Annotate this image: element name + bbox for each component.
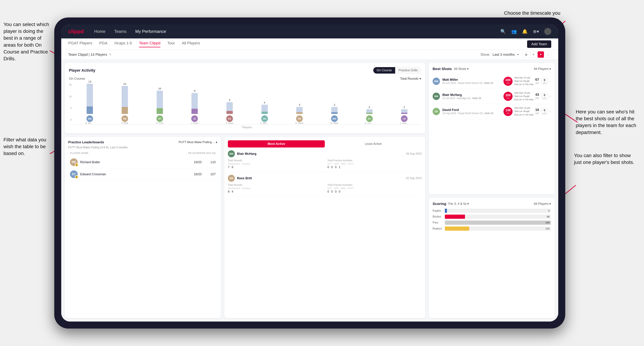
grid-view-btn[interactable]: ⊞ [523,51,529,58]
practice-subtitle: PUTT Must Make Putting (3-6 ft), Last 3 … [68,146,217,149]
bar-avatar[interactable]: EC [366,115,373,122]
bar-avatar[interactable]: LR [401,115,408,122]
shot-detail-box: Shot Dist: 43 ydsStart Lie: RoughEnd Lie… [514,91,534,102]
shot-player-detail: 24 Aug 2023 · Royal North Devon GC, Hole… [442,112,501,115]
plus-circle-icon[interactable]: ⊕▾ [533,29,539,34]
tab-pgat-players[interactable]: PGAT Players [68,41,92,47]
scoring-bar-fill [445,220,551,225]
nav-teams[interactable]: Teams [114,29,126,34]
add-team-button[interactable]: Add Team [527,40,551,48]
bar[interactable] [226,102,233,114]
edit-icon[interactable]: ✎ [109,53,112,56]
practice-player-name: Edward Crossman [80,173,188,176]
sub-nav-right: Add Team [527,40,551,48]
bar-avatar[interactable]: RB [122,115,128,122]
top-navigation: clippd Home Teams My Performance 🔍 👥 🔔 ⊕… [61,24,558,38]
rounds-sub-labels: TournamentPractice [228,187,322,190]
scoring-row-label: Birdies [432,215,445,218]
bar[interactable] [122,86,128,114]
all-shots-filter[interactable]: All Shots ▾ [454,67,469,71]
practice-drills-tab[interactable]: Practice Drills [395,67,421,74]
bar-avatar[interactable]: MM [331,115,338,122]
bar[interactable] [366,109,372,114]
bar-group: 12 RB R. Britt [108,82,142,124]
tab-hcaps[interactable]: Hcaps 1-5 [114,41,132,47]
search-icon[interactable]: 🔍 [500,29,506,34]
bar-group: 3 MM M. Miller [318,103,351,124]
shot-chevron-icon: › [550,79,551,84]
time-period-select[interactable]: Last 3 months Last 6 months Last 12 mont… [492,52,520,57]
rounds-values: 84 [228,190,322,193]
users-icon[interactable]: 👥 [511,29,517,34]
par-filter[interactable]: Par 3, 4 & 5s ▾ [448,202,469,206]
active-player-section: BM Blair McHarg 26 Aug 2023 Total Rounds… [228,150,422,172]
player-activity-card: Player Activity On Course Practice Drill… [65,63,425,133]
practice-title: Practice Leaderboards [68,140,104,144]
bar-avatar[interactable]: JC [191,115,198,122]
scoring-row: Birdies 96 [432,215,551,219]
nav-home[interactable]: Home [94,29,105,34]
heart-view-btn[interactable]: ♥ [538,51,544,58]
show-label: Show: [480,53,490,57]
least-active-tab[interactable]: Least Active [325,140,422,148]
scoring-card: Scoring Par 3, 4 & 5s ▾ All Players ▾ Ea… [429,198,555,318]
tab-tour[interactable]: Tour [167,41,175,47]
scoring-row-label: Bogeys [432,227,445,230]
chart-area: On Course Total Rounds ▾ 15 10 5 0 [69,77,421,129]
bar-value: 2 [368,106,370,109]
right-panel: Best Shots All Shots ▾ All Players ▾ MM … [429,59,558,322]
rounds-stat-group: Total Rounds TournamentPractice 76 [228,159,322,169]
bar[interactable] [401,109,408,114]
practice-player-avatar: EC 2 [70,170,78,178]
bar-avatar[interactable]: GB [261,115,268,122]
view-toggle-icons: ⊞ ≡ ♥ ⋮ [523,51,551,58]
drill-select[interactable]: PUTT Must Make Putting ... ▾ [179,141,217,144]
bar-value: 12 [123,82,126,85]
bar[interactable] [192,93,198,114]
shot-player-detail: 09 Jun 2023 · Royal North Devon GC, Hole… [442,82,501,84]
rank-badge: 2 [75,175,78,179]
bell-icon[interactable]: 🔔 [522,29,528,34]
scoring-header: Scoring Par 3, 4 & 5s ▾ All Players ▾ [432,202,551,206]
bar-group: 2 EC E. Crossman [352,106,386,124]
tab-pga[interactable]: PGA [99,41,107,47]
scoring-row: Eagles 3 [432,209,551,213]
bar-avatar[interactable]: EE [226,115,233,122]
tab-team-clippd[interactable]: Team Clippd [139,41,160,47]
scoring-all-players[interactable]: All Players ▾ [534,202,551,206]
bar[interactable] [331,107,338,114]
scoring-bar-fill [445,209,447,213]
bar-avatar[interactable]: DF [156,115,163,122]
active-tabs: Most Active Least Active [228,140,422,148]
practice-player-row[interactable]: EC 2 Edward Crossman 18/20 107 [68,168,217,180]
bar-label: J. Coles [191,122,198,124]
bar[interactable] [86,84,93,114]
bar-label: L. Robertson [400,122,408,124]
bar[interactable] [262,105,268,114]
shot-detail-box: Shot Dist: 67 ydsStart Lie: RoughEnd Lie… [514,76,534,86]
all-players-filter[interactable]: All Players ▾ [534,67,551,71]
total-rounds-filter[interactable]: Total Rounds ▾ [400,77,421,81]
most-active-tab[interactable]: Most Active [228,140,325,148]
bar-label: E. Ebert [226,122,233,124]
user-avatar[interactable] [544,28,551,35]
bar-avatar[interactable]: BM [86,115,93,122]
shot-entry[interactable]: BM Blair McHarg 23 Jul 2023 · Ashridge G… [432,89,551,104]
bar[interactable] [156,91,163,114]
bar-label: D. Ford [156,122,163,124]
tab-all-players[interactable]: All Players [182,41,200,47]
scoring-bar-container: 96 [445,215,551,219]
shot-entry[interactable]: MM Matt Miller 09 Jun 2023 · Royal North… [432,74,551,89]
detail-view-btn[interactable]: ⋮ [545,51,551,58]
bar[interactable] [296,107,302,114]
nav-my-performance[interactable]: My Performance [135,29,166,34]
list-view-btn[interactable]: ≡ [530,51,536,58]
bar-group: 4 GB G. Billingham [248,101,282,124]
shot-entry[interactable]: DF David Ford 24 Aug 2023 · Royal North … [432,104,551,119]
bar-avatar[interactable]: RB [296,115,303,122]
bar-label: R. Britt [122,122,128,124]
practice-player-row[interactable]: RB 1 Richard Butler 19/20 110 [68,156,217,168]
total-rounds-label: Total Rounds [228,159,322,162]
active-player-header: BM Blair McHarg 26 Aug 2023 [228,150,422,157]
on-course-tab[interactable]: On Course [373,67,395,74]
